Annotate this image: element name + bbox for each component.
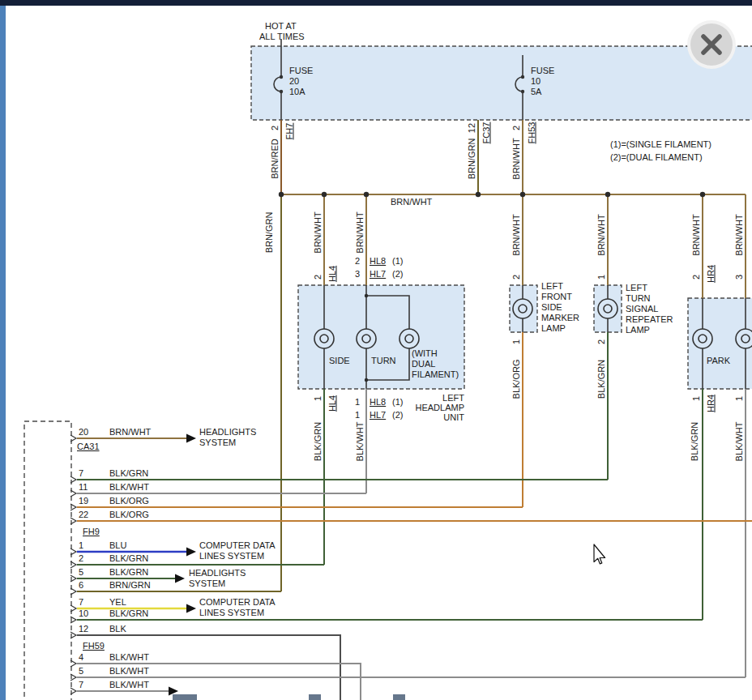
arrow-headlights-system [186,434,196,443]
side-marker-lamp-box [510,285,537,332]
arrow-computer-data [186,548,196,557]
window-left-frame [0,0,6,700]
right-headlamp-unit-box [688,298,752,389]
mouse-cursor [594,544,605,564]
arrow-row-7b [169,687,178,696]
window-top-frame [0,0,752,6]
harness-connector-box [24,421,71,700]
left-headlamp-unit-box [298,285,464,389]
power-distribution-box [251,46,752,120]
close-button[interactable] [687,20,736,69]
diagram-viewer: HOT AT ALL TIMES FUSE 20 10A FUSE 10 5A … [0,0,752,700]
bottom-cutoff-marks [173,694,405,700]
arrow-headlights-system-2 [175,574,185,583]
wiring-diagram-canvas [0,0,752,700]
arrow-computer-data-2 [186,604,196,613]
